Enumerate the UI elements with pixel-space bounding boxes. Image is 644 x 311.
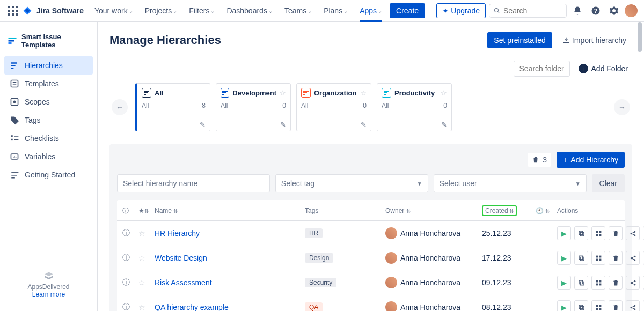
scrollbar-thumb[interactable] (638, 22, 642, 52)
delete-selected[interactable]: 3 (528, 153, 551, 167)
col-tags[interactable]: Tags (305, 207, 385, 214)
created-date: 25.12.23 (482, 229, 536, 238)
filter-hierarchy-name[interactable]: Select hierarchy name (117, 174, 270, 192)
hierarchy-name-link[interactable]: HR Hierarchy (155, 229, 305, 238)
col-name[interactable]: Name ⇅ (155, 207, 305, 214)
svg-rect-72 (599, 283, 601, 285)
add-folder-button[interactable]: + Add Folder (574, 61, 632, 77)
grid-button[interactable] (591, 251, 605, 265)
sidebar-item-tags[interactable]: Tags (4, 111, 93, 129)
nav-filters[interactable]: Filters ⌄ (185, 4, 219, 17)
clear-filters-button[interactable]: Clear (592, 174, 625, 192)
global-search[interactable] (489, 4, 567, 18)
set-preinstalled-button[interactable]: Set preinstalled (487, 32, 552, 48)
search-input[interactable] (503, 6, 562, 15)
grid-button[interactable] (591, 226, 605, 240)
svg-text:txt: txt (13, 154, 17, 158)
star-icon[interactable]: ☆ (360, 89, 367, 97)
help-icon[interactable]: ? (588, 3, 603, 18)
nav-projects[interactable]: Projects ⌄ (141, 4, 182, 17)
grid-button[interactable] (591, 300, 605, 311)
jira-logo[interactable]: Jira Software (23, 6, 84, 16)
run-button[interactable]: ▶ (557, 226, 571, 240)
svg-rect-3 (8, 10, 10, 12)
delete-button[interactable] (609, 226, 623, 240)
star-icon[interactable]: ☆ (138, 303, 155, 311)
sidebar-item-templates[interactable]: Templates (4, 75, 93, 93)
nav-apps[interactable]: Apps ⌄ (355, 4, 386, 17)
settings-icon[interactable] (606, 3, 621, 18)
info-icon[interactable]: ⓘ (122, 302, 138, 311)
col-owner[interactable]: Owner ⇅ (385, 207, 482, 214)
sidebar-item-getting-started[interactable]: Getting Started (4, 166, 93, 184)
sidebar-item-hierarchies[interactable]: Hierarchies (4, 56, 93, 75)
folder-card-all[interactable]: AllAll8✎ (135, 83, 210, 131)
svg-rect-48 (599, 231, 601, 233)
col-created[interactable]: Created ⇅ (482, 205, 517, 216)
carousel-next-button[interactable]: → (614, 99, 630, 115)
star-icon[interactable]: ☆ (441, 89, 447, 97)
copy-button[interactable] (574, 226, 588, 240)
svg-line-76 (632, 281, 634, 282)
share-button[interactable] (626, 251, 640, 265)
star-icon[interactable]: ☆ (138, 229, 155, 238)
notifications-icon[interactable] (570, 3, 585, 18)
star-icon[interactable]: ☆ (138, 278, 155, 287)
info-icon[interactable]: ⓘ (122, 228, 138, 238)
svg-rect-83 (599, 308, 601, 310)
create-button[interactable]: Create (390, 3, 425, 18)
delete-button[interactable] (609, 276, 623, 290)
plus-circle-icon: + (579, 64, 588, 73)
pencil-icon[interactable]: ✎ (441, 121, 447, 129)
share-button[interactable] (626, 226, 640, 240)
nav-plans[interactable]: Plans ⌄ (319, 4, 352, 17)
star-icon[interactable]: ☆ (280, 89, 286, 97)
import-hierarchy-button[interactable]: Import hierarchy (557, 32, 632, 49)
app-switcher-icon[interactable] (6, 4, 19, 17)
nav-dashboards[interactable]: Dashboards ⌄ (222, 4, 277, 17)
folder-search-input[interactable] (514, 61, 570, 77)
svg-rect-36 (222, 91, 228, 92)
run-button[interactable]: ▶ (557, 251, 571, 265)
appsdelivered-icon (43, 271, 54, 281)
pencil-icon[interactable]: ✎ (280, 121, 286, 129)
share-button[interactable] (626, 276, 640, 290)
filter-user-select[interactable]: Select user▼ (434, 174, 587, 192)
add-hierarchy-button[interactable]: + Add Hierarchy (557, 152, 625, 168)
sidebar-item-scopes[interactable]: Scopes (4, 93, 93, 111)
filter-tag-select[interactable]: Select tag▼ (275, 174, 428, 192)
clock-icon: 🕘 ⇅ (536, 207, 557, 214)
info-icon[interactable]: ⓘ (122, 278, 138, 287)
copy-button[interactable] (574, 300, 588, 311)
sidebar-item-checklists[interactable]: Checklists (4, 129, 93, 147)
sidebar-item-variables[interactable]: txtVariables (4, 147, 93, 166)
folder-card-development[interactable]: Development☆All0✎ (216, 83, 291, 131)
pencil-icon[interactable]: ✎ (200, 121, 206, 129)
nav-teams[interactable]: Teams ⌄ (280, 4, 316, 17)
svg-rect-59 (599, 255, 601, 257)
pencil-icon[interactable]: ✎ (361, 121, 367, 129)
copy-button[interactable] (574, 251, 588, 265)
delete-button[interactable] (609, 300, 623, 311)
hierarchy-name-link[interactable]: Website Design (155, 254, 305, 262)
learn-more-link[interactable]: Learn more (32, 291, 65, 298)
svg-line-88 (632, 308, 634, 309)
upgrade-button[interactable]: ✦ Upgrade (436, 3, 486, 18)
avatar (385, 301, 397, 311)
share-button[interactable] (626, 300, 640, 311)
svg-rect-49 (596, 234, 598, 236)
copy-button[interactable] (574, 276, 588, 290)
folder-card-productivity[interactable]: Productivity☆All0✎ (377, 83, 452, 131)
hierarchy-name-link[interactable]: Risk Assessment (155, 278, 305, 287)
user-avatar[interactable] (625, 4, 638, 17)
nav-your-work[interactable]: Your work ⌄ (90, 4, 137, 17)
carousel-prev-button[interactable]: ← (112, 99, 128, 115)
star-icon[interactable]: ☆ (138, 254, 155, 262)
info-icon[interactable]: ⓘ (122, 253, 138, 263)
folder-card-organization[interactable]: Organization☆All0✎ (296, 83, 371, 131)
hierarchy-name-link[interactable]: QA hierarchy example (155, 303, 305, 311)
run-button[interactable]: ▶ (557, 276, 571, 290)
run-button[interactable]: ▶ (557, 300, 571, 311)
grid-button[interactable] (591, 276, 605, 290)
delete-button[interactable] (609, 251, 623, 265)
